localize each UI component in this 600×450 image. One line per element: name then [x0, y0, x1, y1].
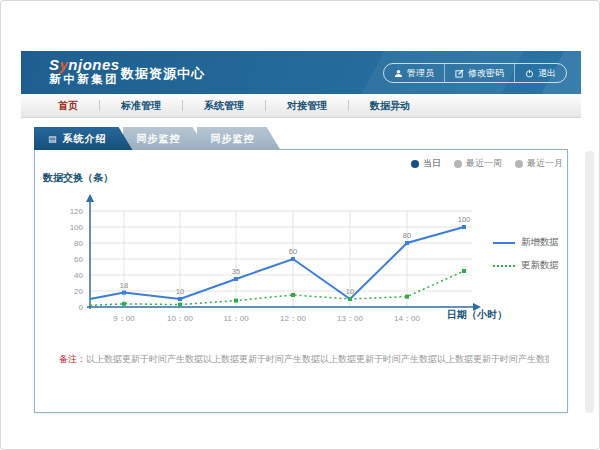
power-icon [525, 69, 534, 78]
radio-label: 最近一月 [527, 157, 563, 170]
data-point [178, 303, 182, 307]
page-title: 数据资源中心 [121, 65, 205, 83]
data-point [462, 269, 466, 273]
svg-text:20: 20 [74, 287, 83, 296]
tab-label: 系统介绍 [63, 132, 107, 146]
data-point [462, 225, 466, 229]
svg-text:0: 0 [79, 303, 84, 312]
brand-name: Synjones [49, 56, 120, 73]
point-value-label: 35 [232, 267, 240, 276]
tab-sync-monitor-2[interactable]: 同步监控 [197, 127, 281, 150]
radio-dot [411, 160, 419, 168]
svg-text:12：00: 12：00 [280, 314, 306, 323]
chart-legend: 新增数据 更新数据 [493, 236, 559, 272]
radio-dot [515, 160, 523, 168]
radio-last-week[interactable]: 最近一周 [454, 157, 502, 170]
svg-text:9：00: 9：00 [113, 314, 135, 323]
point-value-label: 18 [120, 281, 128, 290]
data-point [122, 291, 126, 295]
footnote-label: 备注： [59, 354, 86, 364]
solid-line-swatch [493, 242, 515, 244]
svg-text:14：00: 14：00 [394, 314, 420, 323]
scrollbar[interactable] [585, 151, 594, 413]
company-logo: Synjones 新中新集团 [49, 56, 120, 86]
nav-item-interface-mgmt[interactable]: 对接管理 [266, 99, 348, 113]
data-point [291, 257, 295, 261]
series-line-1 [90, 271, 464, 305]
svg-text:120: 120 [70, 207, 84, 216]
admin-button[interactable]: 管理员 [384, 64, 444, 82]
data-point [348, 297, 352, 301]
nav-item-standard-mgmt[interactable]: 标准管理 [100, 99, 182, 113]
legend-updated-data: 更新数据 [493, 259, 559, 272]
legend-label: 更新数据 [521, 259, 559, 272]
tab-bar: ▤ 系统介绍 同步监控 同步监控 [34, 127, 281, 150]
app-header: Synjones 新中新集团 数据资源中心 管理员 修改密码 退出 [21, 51, 581, 94]
tab-system-intro[interactable]: ▤ 系统介绍 [34, 127, 133, 150]
radio-last-month[interactable]: 最近一月 [515, 157, 563, 170]
data-point [291, 293, 295, 297]
logout-button[interactable]: 退出 [514, 64, 566, 82]
footnote-text: 以上数据更新于时间产生数据以上数据更新于时间产生数据以上数据更新于时间产生数据以… [86, 354, 549, 364]
tab-label: 同步监控 [137, 132, 181, 146]
user-icon [394, 69, 403, 78]
app-window: Synjones 新中新集团 数据资源中心 管理员 修改密码 退出 首页 标准管… [0, 0, 600, 450]
y-axis-title: 数据交换（条） [43, 171, 113, 185]
x-axis-title: 日期（小时） [447, 308, 507, 322]
data-point [234, 299, 238, 303]
edit-icon [455, 69, 464, 78]
point-value-label: 10 [346, 287, 354, 296]
point-value-label: 100 [458, 215, 471, 224]
data-point [178, 297, 182, 301]
point-value-label: 10 [176, 287, 184, 296]
nav-item-system-mgmt[interactable]: 系统管理 [183, 99, 265, 113]
data-point [405, 241, 409, 245]
data-point [122, 302, 126, 306]
change-password-label: 修改密码 [468, 67, 504, 80]
user-actions: 管理员 修改密码 退出 [383, 63, 567, 83]
svg-text:13：00: 13：00 [337, 314, 363, 323]
dotted-line-swatch [493, 265, 515, 267]
svg-text:60: 60 [74, 255, 83, 264]
tab-sync-monitor-1[interactable]: 同步监控 [123, 127, 207, 150]
legend-label: 新增数据 [521, 236, 559, 249]
radio-today[interactable]: 当日 [411, 157, 441, 170]
admin-label: 管理员 [407, 67, 434, 80]
brand-subtitle: 新中新集团 [49, 73, 120, 86]
logout-label: 退出 [538, 67, 556, 80]
line-chart: 0204060801001209：0010：0011：0012：0013：001… [35, 150, 569, 414]
legend-new-data: 新增数据 [493, 236, 559, 249]
content-panel: 0204060801001209：0010：0011：0012：0013：001… [34, 149, 568, 413]
svg-text:10：00: 10：00 [167, 314, 193, 323]
footnote: 备注：以上数据更新于时间产生数据以上数据更新于时间产生数据以上数据更新于时间产生… [59, 353, 549, 366]
point-value-label: 80 [403, 231, 411, 240]
radio-label: 最近一周 [466, 157, 502, 170]
data-point [405, 295, 409, 299]
svg-text:40: 40 [74, 271, 83, 280]
svg-text:100: 100 [70, 223, 84, 232]
point-value-label: 60 [289, 247, 297, 256]
data-point [234, 277, 238, 281]
tab-label: 同步监控 [211, 132, 255, 146]
nav-item-home[interactable]: 首页 [37, 99, 99, 113]
radio-label: 当日 [423, 157, 441, 170]
main-nav: 首页 标准管理 系统管理 对接管理 数据异动 [21, 94, 581, 118]
time-range-options: 当日 最近一周 最近一月 [411, 157, 563, 170]
radio-dot [454, 160, 462, 168]
nav-item-data-change[interactable]: 数据异动 [349, 99, 431, 113]
change-password-button[interactable]: 修改密码 [444, 64, 514, 82]
document-icon: ▤ [48, 134, 58, 144]
svg-text:11：00: 11：00 [223, 314, 249, 323]
svg-text:80: 80 [74, 239, 83, 248]
